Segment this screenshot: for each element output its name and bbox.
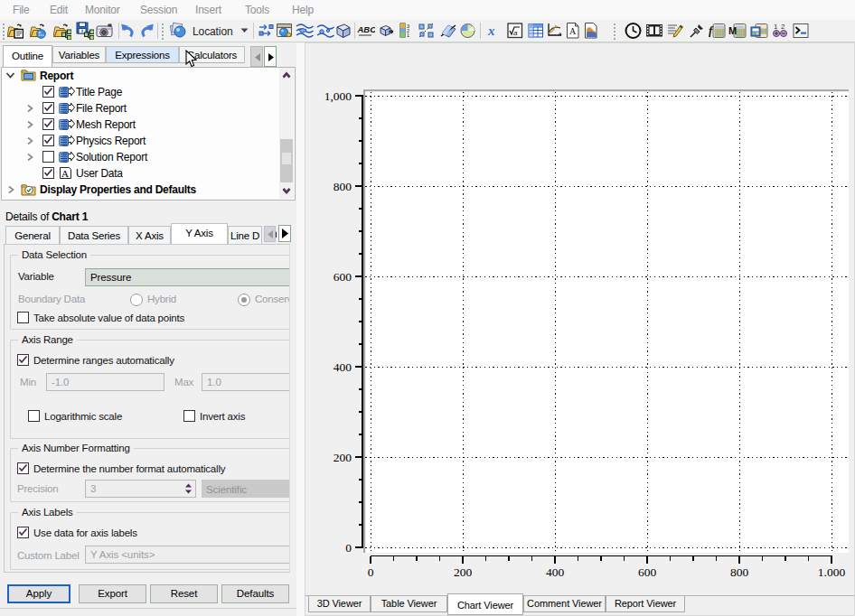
svg-text:200: 200 xyxy=(334,451,352,464)
svg-text:400: 400 xyxy=(546,565,565,579)
svg-text:1: 1 xyxy=(407,33,409,38)
svg-text:ABC: ABC xyxy=(357,24,375,34)
svg-text:800: 800 xyxy=(334,180,352,193)
svg-text:0: 0 xyxy=(368,565,374,579)
svg-text:800: 800 xyxy=(730,565,749,579)
svg-text:600: 600 xyxy=(334,270,352,284)
svg-text:A: A xyxy=(61,168,69,179)
svg-text:600: 600 xyxy=(638,565,657,579)
svg-text:1,000: 1,000 xyxy=(324,89,352,103)
svg-text:2: 2 xyxy=(781,23,785,31)
svg-text:A: A xyxy=(569,26,577,36)
svg-text:1: 1 xyxy=(774,23,778,31)
svg-text:x: x xyxy=(487,23,495,38)
svg-text:0: 0 xyxy=(345,541,352,555)
svg-text:M: M xyxy=(728,25,737,36)
svg-text:400: 400 xyxy=(334,360,352,374)
svg-text:200: 200 xyxy=(454,565,473,579)
svg-text:a: a xyxy=(513,29,518,37)
svg-text:1.000: 1.000 xyxy=(818,565,846,579)
